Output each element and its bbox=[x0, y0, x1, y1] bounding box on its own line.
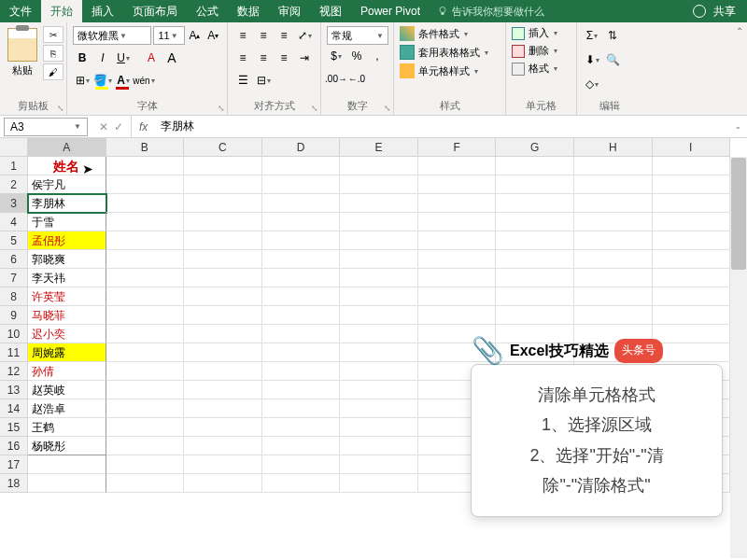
cell-I10[interactable] bbox=[653, 325, 731, 343]
format-cells-button[interactable]: 格式▾ bbox=[512, 62, 571, 76]
col-header-C[interactable]: C bbox=[184, 138, 262, 157]
cell-A8[interactable]: 许英莹 bbox=[28, 287, 106, 306]
row-header-4[interactable]: 4 bbox=[0, 213, 28, 231]
delete-button[interactable]: 删除▾ bbox=[512, 44, 571, 58]
col-header-H[interactable]: H bbox=[574, 138, 653, 157]
cell-B7[interactable] bbox=[106, 269, 185, 287]
cell-A18[interactable] bbox=[28, 474, 106, 493]
cell-E17[interactable] bbox=[340, 455, 418, 474]
row-header-11[interactable]: 11 bbox=[0, 343, 28, 362]
row-header-7[interactable]: 7 bbox=[0, 269, 28, 287]
cell-A10[interactable]: 迟小奕 bbox=[28, 325, 106, 343]
cell-E11[interactable] bbox=[340, 343, 418, 362]
tab-Power Pivot[interactable]: Power Pivot bbox=[351, 0, 430, 22]
cell-D15[interactable] bbox=[262, 418, 341, 437]
italic-button[interactable]: I bbox=[93, 49, 112, 67]
col-header-D[interactable]: D bbox=[262, 138, 341, 157]
cell-C6[interactable] bbox=[184, 250, 262, 269]
cell-D2[interactable] bbox=[262, 175, 341, 194]
tab-公式[interactable]: 公式 bbox=[187, 0, 228, 22]
cell-C7[interactable] bbox=[184, 269, 262, 287]
cell-D6[interactable] bbox=[262, 250, 341, 269]
font-color-button[interactable]: A▾ bbox=[114, 71, 133, 90]
cell-D17[interactable] bbox=[262, 455, 341, 474]
cell-H7[interactable] bbox=[574, 269, 653, 287]
cell-B11[interactable] bbox=[106, 343, 185, 362]
cell-B9[interactable] bbox=[106, 306, 185, 325]
tab-视图[interactable]: 视图 bbox=[310, 0, 351, 22]
table-format-button[interactable]: 套用表格格式▾ bbox=[400, 45, 500, 60]
col-header-A[interactable]: A bbox=[28, 138, 106, 157]
cell-F8[interactable] bbox=[418, 287, 497, 306]
cell-B10[interactable] bbox=[106, 325, 185, 343]
clear-button[interactable]: ◇▾ bbox=[583, 75, 601, 93]
increase-font-button[interactable]: A▴ bbox=[187, 26, 204, 45]
cell-B12[interactable] bbox=[106, 362, 185, 381]
cell-A13[interactable]: 赵英岐 bbox=[28, 381, 106, 399]
row-header-5[interactable]: 5 bbox=[0, 231, 28, 250]
tab-页面布局[interactable]: 页面布局 bbox=[123, 0, 187, 22]
cell-B4[interactable] bbox=[106, 213, 185, 231]
decrease-font-button[interactable]: A▾ bbox=[204, 26, 221, 45]
collapse-ribbon-button[interactable]: ⌃ bbox=[736, 26, 743, 36]
cell-I8[interactable] bbox=[653, 287, 731, 306]
align-top-button[interactable]: ≡ bbox=[233, 26, 252, 45]
col-header-B[interactable]: B bbox=[106, 138, 185, 157]
tab-文件[interactable]: 文件 bbox=[0, 0, 41, 22]
cell-D9[interactable] bbox=[262, 306, 341, 325]
cell-E14[interactable] bbox=[340, 399, 418, 418]
cell-G3[interactable] bbox=[496, 194, 574, 213]
cell-E9[interactable] bbox=[340, 306, 418, 325]
col-header-G[interactable]: G bbox=[496, 138, 574, 157]
cell-A7[interactable]: 李天祎 bbox=[28, 269, 106, 287]
row-header-14[interactable]: 14 bbox=[0, 399, 28, 418]
share-button[interactable]: 共享 bbox=[713, 4, 736, 20]
autosum-button[interactable]: Σ▾ bbox=[583, 26, 601, 45]
cell-C5[interactable] bbox=[184, 231, 262, 250]
phonetic-button[interactable]: wén▾ bbox=[134, 71, 153, 90]
decrease-decimal-button[interactable]: ←.0 bbox=[347, 69, 366, 88]
number-format-select[interactable]: 常规▼ bbox=[327, 26, 388, 45]
row-header-17[interactable]: 17 bbox=[0, 455, 28, 474]
cell-H2[interactable] bbox=[574, 175, 653, 194]
cell-B6[interactable] bbox=[106, 250, 185, 269]
cell-G5[interactable] bbox=[496, 231, 574, 250]
cell-F3[interactable] bbox=[418, 194, 497, 213]
row-header-18[interactable]: 18 bbox=[0, 474, 28, 493]
comma-button[interactable]: , bbox=[368, 47, 387, 65]
cell-E13[interactable] bbox=[340, 381, 418, 399]
cell-D8[interactable] bbox=[262, 287, 341, 306]
wrap-text-button[interactable]: ☰ bbox=[233, 71, 252, 90]
cell-H6[interactable] bbox=[574, 250, 653, 269]
cell-B14[interactable] bbox=[106, 399, 185, 418]
name-box[interactable]: A3▼ bbox=[4, 118, 88, 136]
cell-G6[interactable] bbox=[496, 250, 574, 269]
copy-button[interactable]: ⎘ bbox=[43, 45, 63, 62]
cell-D12[interactable] bbox=[262, 362, 341, 381]
cell-A15[interactable]: 王鹤 bbox=[28, 418, 106, 437]
clipboard-launcher[interactable]: ⤡ bbox=[57, 104, 64, 113]
cut-button[interactable]: ✂ bbox=[43, 26, 63, 43]
align-bottom-button[interactable]: ≡ bbox=[275, 26, 293, 45]
cell-C8[interactable] bbox=[184, 287, 262, 306]
row-header-12[interactable]: 12 bbox=[0, 362, 28, 381]
cell-H4[interactable] bbox=[574, 213, 653, 231]
cell-F5[interactable] bbox=[418, 231, 497, 250]
row-header-13[interactable]: 13 bbox=[0, 381, 28, 399]
font-launcher[interactable]: ⤡ bbox=[218, 104, 225, 113]
cell-I3[interactable] bbox=[653, 194, 731, 213]
row-header-1[interactable]: 1 bbox=[0, 157, 28, 175]
col-header-F[interactable]: F bbox=[418, 138, 497, 157]
cell-C1[interactable] bbox=[184, 157, 262, 175]
accept-formula-button[interactable]: ✓ bbox=[114, 120, 123, 133]
cell-H3[interactable] bbox=[574, 194, 653, 213]
cell-G8[interactable] bbox=[496, 287, 574, 306]
fill-button[interactable]: ⬇▾ bbox=[583, 50, 601, 69]
number-launcher[interactable]: ⤡ bbox=[384, 104, 391, 113]
select-all-button[interactable] bbox=[0, 138, 28, 157]
cell-B5[interactable] bbox=[106, 231, 185, 250]
cell-D1[interactable] bbox=[262, 157, 341, 175]
col-header-E[interactable]: E bbox=[340, 138, 418, 157]
cell-E7[interactable] bbox=[340, 269, 418, 287]
row-header-9[interactable]: 9 bbox=[0, 306, 28, 325]
